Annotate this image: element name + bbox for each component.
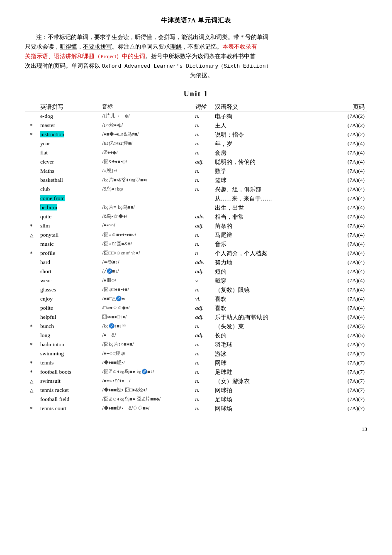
row-pos: adj. (192, 304, 212, 313)
row-phonetic: /●••○○烃ψ/ (100, 350, 192, 359)
row-chinese: 马尾辫 (212, 231, 326, 240)
row-page: (7A)(4) (326, 240, 367, 249)
row-pos: adj. (192, 222, 212, 231)
row-chinese: 套房 (212, 149, 326, 158)
table-row: enjoy/●■□△♐♦/vi.喜欢(7A)(4) (25, 295, 367, 304)
table-row: ＊football boots/囧ℤ☺♦㏒鸟■● ㏒♐■↓/n.足球鞋(7A)(… (25, 368, 367, 377)
row-mark: △ (25, 231, 38, 240)
table-row: △swimsuit/●••○•ɛɾ♦♦ /n.（女）游泳衣(7A)(7) (25, 377, 367, 386)
table-row: ＊master/ɾ○烃♦•ψ/n.主人(7A)(2) (25, 121, 367, 130)
table-row: music/囧○ɛɾ圆■&♣/n.音乐(7A)(4) (25, 240, 367, 249)
row-page: (7A)(4) (326, 213, 367, 222)
row-mark (25, 286, 38, 295)
row-page: (7A)(4) (326, 203, 367, 213)
row-mark: ＊ (25, 130, 38, 139)
row-mark (25, 112, 38, 121)
table-row: football field/囧ℤ☺♦㏒鸟■● 囧ℤ片■■♣/n.足球场(7A)… (25, 395, 367, 404)
row-chinese: 苗条的 (212, 222, 326, 231)
row-english: quite (38, 213, 100, 222)
row-page: (7A)(2) (326, 130, 367, 139)
row-chinese: 数学 (212, 167, 326, 176)
row-pos: n. (192, 149, 212, 158)
row-english: tennis racket (38, 386, 100, 395)
row-english: be born (38, 203, 100, 213)
col-header-phonetic: 音标 (100, 103, 192, 112)
note-section: 注：不带标记的单词，要求学生会读，听得懂，会拼写，能说出词义和词类。带＊号的单词… (25, 33, 367, 81)
row-phonetic: /◆♦■■烃• &/♢◇■♦/ (100, 404, 192, 413)
row-chinese: 喜欢 (212, 295, 326, 304)
row-pos: n. (192, 322, 212, 331)
row-chinese: 努力地 (212, 258, 326, 267)
row-english: ponytail (38, 231, 100, 240)
table-row: be born/㏒片= ㏒鸟■■/出生，出世(7A)(4) (25, 203, 367, 213)
table-row: swimming/●••○○烃ψ/n.游泳(7A)(7) (25, 350, 367, 359)
row-english: Maths (38, 167, 100, 176)
row-pos: n. (192, 359, 212, 368)
table-row: △tennis racket/◆♦■■烃• 囧□♦&烃♦/n.网球拍(7A)(7… (25, 386, 367, 395)
row-mark (25, 149, 38, 158)
row-page: (7A)(4) (326, 149, 367, 158)
row-mark (25, 304, 38, 313)
row-pos: adj. (192, 267, 212, 276)
row-english: football field (38, 395, 100, 404)
row-page: (7A)(4) (326, 295, 367, 304)
row-english: music (38, 240, 100, 249)
row-pos: n. (192, 185, 212, 194)
row-chinese: （复数）眼镜 (212, 286, 326, 295)
row-page: (7A)(7) (326, 359, 367, 368)
row-page: (7A)(7) (326, 377, 367, 386)
row-page: (7A)(4) (326, 313, 367, 322)
row-phonetic: /≃锅■↕/ (100, 258, 192, 267)
row-phonetic: /●■◆•♦□↑&鸟≠■/ (100, 130, 192, 139)
row-mark: ＊ (25, 404, 38, 413)
unit-title: Unit 1 (25, 90, 367, 98)
table-row: Maths/○怒†•/n.数学(7A)(4) (25, 167, 367, 176)
table-row: year/ɛɾ亿∞/ɛɾ烃■/n.年，岁(7A)(4) (25, 139, 367, 149)
table-row: △ponytail/囧○☺■●♦•●■○/n.马尾辫(7A)(4) (25, 231, 367, 240)
row-chinese: 主人 (212, 121, 326, 130)
page-title: 牛津英语7A 单元词汇表 (25, 17, 367, 24)
row-phonetic: /&鸟•☆◆♦/ (100, 213, 192, 222)
table-row: ＊bunch/㏒♐↑■↓≌n.（头发）束(7A)(5) (25, 322, 367, 331)
row-english: clever (38, 158, 100, 167)
row-pos: adj. (192, 331, 212, 340)
row-mark (25, 350, 38, 359)
row-mark: ＊ (25, 249, 38, 258)
row-english: year (38, 139, 100, 149)
table-row: e-dog/ɪ片儿→ ψ/n.电子狗(7A)(2) (25, 112, 367, 121)
row-english: hard (38, 258, 100, 267)
row-page: (7A)(4) (326, 194, 367, 203)
row-pos: n. (192, 350, 212, 359)
row-english: come from (38, 194, 100, 203)
row-chinese: 从……来，来自于…… (212, 194, 326, 203)
row-mark (25, 203, 38, 213)
row-phonetic (100, 194, 192, 203)
row-chinese: 乐于助人的;有帮助的 (212, 313, 326, 322)
row-pos: adv. (192, 258, 212, 267)
row-phonetic: /● &/ (100, 331, 192, 340)
row-english: badminton (38, 340, 100, 350)
row-phonetic: /囧ℤ☺♦㏒鸟■● 囧ℤ片■■♣/ (100, 395, 192, 404)
table-row: short/╱♐■↓/adj.短的(7A)(4) (25, 267, 367, 276)
table-row: helpful囧≃■●□↑●/adj.乐于助人的;有帮助的(7A)(4) (25, 313, 367, 322)
col-header-chinese: 汉语释义 (212, 103, 326, 112)
row-english: glasses (38, 286, 100, 295)
row-phonetic: /●•○○/ (100, 222, 192, 231)
row-english: club (38, 185, 100, 194)
table-row: glasses/囧ψ□●■•♦■/n.（复数）眼镜(7A)(4) (25, 286, 367, 295)
row-pos: n. (192, 386, 212, 395)
row-mark: △ (25, 377, 38, 386)
row-chinese: 羽毛球 (212, 340, 326, 350)
row-pos: n. (192, 112, 212, 121)
row-pos: n. (192, 130, 212, 139)
row-english: instruction (38, 130, 100, 139)
row-pos: n. (192, 368, 212, 377)
row-chinese: 说明；指令 (212, 130, 326, 139)
table-row: basketball/㏒片■•&爷♦•㏒♡■●/n.篮球(7A)(4) (25, 176, 367, 185)
row-phonetic: /㏒♐↑■↓≌ (100, 322, 192, 331)
row-chinese: 相当，非常 (212, 213, 326, 222)
row-pos (192, 203, 212, 213)
row-page: (7A)(2) (326, 112, 367, 121)
row-chinese: 个人简介，个人档案 (212, 249, 326, 258)
row-mark (25, 313, 38, 322)
